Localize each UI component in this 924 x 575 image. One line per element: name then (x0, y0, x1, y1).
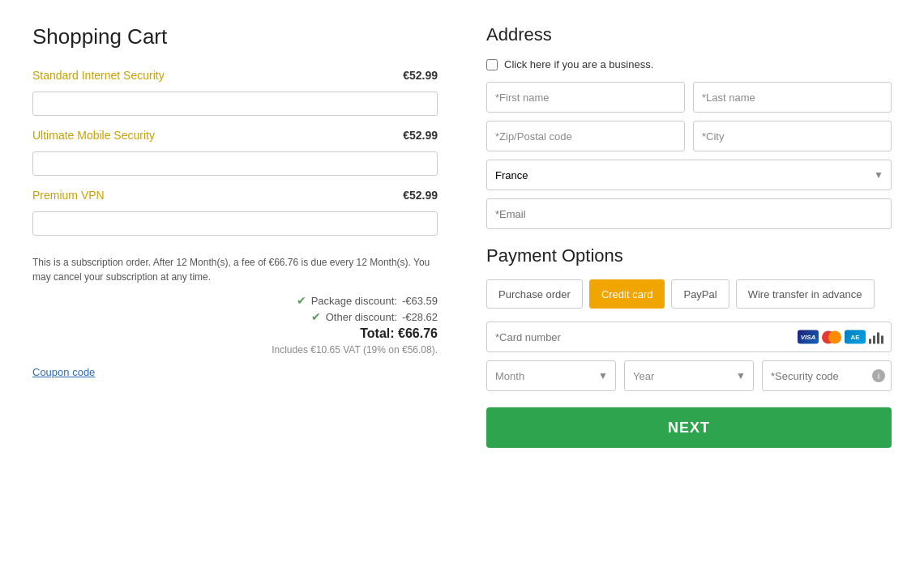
package-discount-value: -€63.59 (402, 295, 438, 307)
wire-transfer-button[interactable]: Wire transfer in advance (736, 279, 875, 309)
vat-row: Includes €10.65 VAT (19% on €56.08). (32, 344, 438, 356)
item-2-input[interactable] (32, 151, 438, 176)
payment-options-row: Purchase order Credit card PayPal Wire t… (486, 279, 892, 309)
mastercard-icon (822, 330, 841, 343)
other-discount-check-icon: ✔ (311, 310, 321, 323)
total-row: Total: €66.76 (32, 326, 438, 341)
zip-city-row (486, 121, 892, 151)
next-button[interactable]: NEXT (486, 407, 892, 448)
year-select[interactable]: Year 202420252026 202720282029 2030 (624, 360, 754, 391)
item-3-price: €52.99 (403, 189, 438, 202)
package-discount-label: Package discount: (311, 295, 397, 307)
paypal-button[interactable]: PayPal (671, 279, 729, 309)
other-discount-row: ✔ Other discount: -€28.62 (32, 310, 438, 323)
subscription-note: This is a subscription order. After 12 M… (32, 255, 438, 284)
business-checkbox[interactable] (486, 59, 498, 70)
total-label: Total: €66.76 (360, 326, 438, 341)
business-checkbox-row: Click here if you are a business. (486, 58, 892, 70)
security-code-wrapper: i (762, 360, 892, 391)
item-3-input[interactable] (32, 211, 438, 236)
package-discount-row: ✔ Package discount: -€63.59 (32, 294, 438, 307)
cart-item-1: Standard Internet Security €52.99 (32, 69, 438, 116)
card-number-wrapper: VISA AE (486, 322, 892, 352)
package-discount-check-icon: ✔ (297, 294, 306, 307)
payment-title: Payment Options (486, 245, 892, 266)
item-2-name: Ultimate Mobile Security (32, 129, 155, 142)
coupon-code-link[interactable]: Coupon code (32, 366, 95, 378)
card-icons: VISA AE (798, 330, 883, 344)
cart-item-2: Ultimate Mobile Security €52.99 (32, 129, 438, 176)
visa-icon: VISA (798, 330, 819, 344)
city-input[interactable] (693, 121, 892, 151)
item-2-price: €52.99 (403, 129, 438, 142)
country-select-wrapper: France Germany Spain Italy United Kingdo… (486, 160, 892, 190)
bars-icon (869, 330, 883, 343)
vat-note: Includes €10.65 VAT (19% on €56.08). (272, 344, 438, 356)
amex-icon: AE (845, 330, 866, 344)
month-select-wrapper: Month 010203 040506 070809 101112 ▼ (486, 360, 616, 391)
item-1-name: Standard Internet Security (32, 69, 165, 82)
shopping-cart-panel: Shopping Cart Standard Internet Security… (32, 24, 438, 448)
address-title: Address (486, 24, 892, 45)
security-info-icon[interactable]: i (872, 369, 885, 382)
purchase-order-button[interactable]: Purchase order (486, 279, 583, 309)
last-name-input[interactable] (693, 82, 892, 113)
year-select-wrapper: Year 202420252026 202720282029 2030 ▼ (624, 360, 754, 391)
page-title: Shopping Cart (32, 24, 438, 49)
country-select[interactable]: France Germany Spain Italy United Kingdo… (486, 160, 892, 190)
credit-card-button[interactable]: Credit card (589, 279, 665, 309)
cart-item-3: Premium VPN €52.99 (32, 189, 438, 236)
business-label: Click here if you are a business. (504, 58, 653, 70)
name-row (486, 82, 892, 113)
right-panel: Address Click here if you are a business… (486, 24, 892, 448)
item-1-price: €52.99 (403, 69, 438, 82)
other-discount-value: -€28.62 (402, 311, 438, 323)
other-discount-label: Other discount: (326, 311, 397, 323)
email-input[interactable] (486, 198, 892, 229)
month-select[interactable]: Month 010203 040506 070809 101112 (486, 360, 616, 391)
first-name-input[interactable] (486, 82, 685, 113)
zip-input[interactable] (486, 121, 685, 151)
item-1-input[interactable] (32, 92, 438, 116)
item-3-name: Premium VPN (32, 189, 105, 202)
date-security-row: Month 010203 040506 070809 101112 ▼ Year… (486, 360, 892, 391)
